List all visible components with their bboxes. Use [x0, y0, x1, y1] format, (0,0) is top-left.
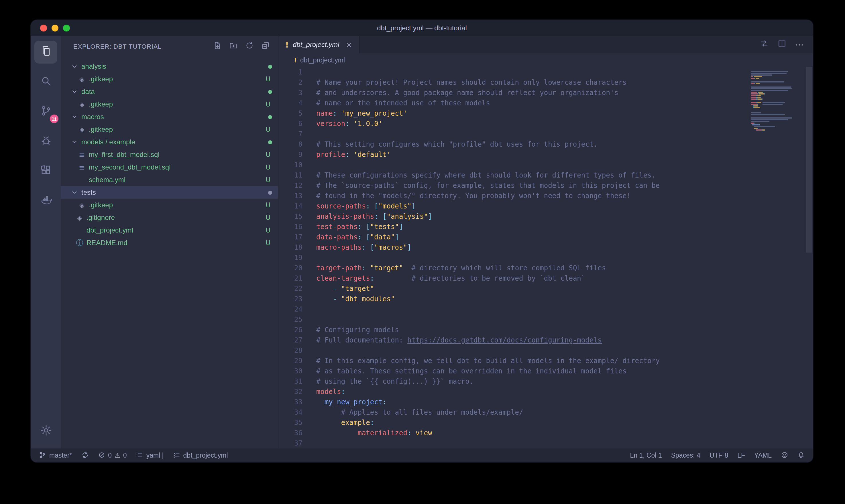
activity-explorer[interactable]: [34, 41, 57, 64]
notifications[interactable]: [797, 451, 805, 460]
warning-icon: ⚠: [114, 452, 120, 459]
tree-row[interactable]: ⓘREADME.mdU: [61, 236, 278, 249]
tree-row[interactable]: data: [61, 85, 278, 98]
tree-item-label: my_second_dbt_model.sql: [89, 163, 171, 171]
breadcrumb[interactable]: ! dbt_project.yml: [278, 53, 813, 67]
settings-gear[interactable]: [34, 420, 57, 443]
sync-status[interactable]: [81, 451, 89, 460]
git-status-badge: U: [266, 176, 270, 183]
code-line: 7: [278, 129, 813, 139]
code-line: 12# The `source-paths` config, for examp…: [278, 180, 813, 191]
smiley-icon: [781, 451, 788, 460]
tree-row[interactable]: ◈.gitkeepU: [61, 98, 278, 110]
minimap[interactable]: [751, 69, 804, 133]
minimap-line: [751, 118, 804, 119]
eol-label: LF: [737, 452, 745, 459]
tree-row[interactable]: analysis: [61, 60, 278, 73]
tree-row[interactable]: dbt_project.ymlU: [61, 224, 278, 236]
tree-row[interactable]: ◈.gitkeepU: [61, 123, 278, 136]
desktop-background: dbt_project.yml — dbt-tutorial 11: [0, 0, 845, 504]
code-line: 28: [278, 345, 813, 356]
lines-file-icon: ≡: [78, 151, 86, 158]
code-line: 2# Name your project! Project names shou…: [278, 77, 813, 88]
git-status-badge: U: [266, 164, 270, 171]
code-lines: 12# Name your project! Project names sho…: [278, 67, 813, 448]
activity-source-control[interactable]: 11: [34, 100, 57, 123]
git-change-dot: [268, 65, 272, 69]
minimap-line: [751, 79, 804, 81]
bell-icon: [797, 451, 805, 460]
tree-row[interactable]: ◈.gitignoreU: [61, 211, 278, 224]
tree-row[interactable]: models / example: [61, 136, 278, 148]
indentation-setting[interactable]: Spaces: 4: [671, 452, 700, 459]
code-line: 13# found in the "models/" directory. Yo…: [278, 191, 813, 201]
minimap-line: [751, 93, 804, 94]
close-window-button[interactable]: [40, 25, 47, 32]
list-icon: [136, 451, 144, 460]
lines-file-icon: ≡: [78, 163, 86, 171]
git-branch-status[interactable]: master*: [39, 451, 72, 460]
yaml-lint-label: yaml |: [146, 452, 164, 459]
tab-dbt-project-yml[interactable]: ! dbt_project.yml ×: [278, 36, 360, 53]
minimap-line: [751, 121, 804, 122]
split-editor-icon[interactable]: [777, 39, 787, 50]
yaml-lint-status[interactable]: yaml |: [136, 451, 164, 460]
tree-row[interactable]: ◈.gitkeepU: [61, 73, 278, 85]
activity-docker[interactable]: [34, 190, 57, 213]
collapse-all-icon[interactable]: [261, 41, 270, 52]
chevron-down-icon: [71, 88, 79, 96]
minimap-line: [751, 85, 804, 86]
git-change-dot: [268, 90, 272, 94]
code-editor[interactable]: 12# Name your project! Project names sho…: [278, 67, 813, 448]
minimize-window-button[interactable]: [52, 25, 58, 32]
file-task-status[interactable]: dbt_project.yml: [173, 451, 228, 460]
tree-row[interactable]: tests: [61, 186, 278, 199]
activity-extensions[interactable]: [34, 160, 57, 183]
code-line: 6version: '1.0.0': [278, 119, 813, 129]
language-mode[interactable]: YAML: [754, 452, 772, 459]
code-line: 24: [278, 304, 813, 314]
branch-label: master*: [49, 452, 72, 459]
problems-status[interactable]: 0 ⚠ 0: [98, 451, 127, 460]
yaml-file-icon: !: [285, 40, 289, 49]
code-line: 9profile: 'default': [278, 149, 813, 160]
minimap-line: [751, 73, 804, 74]
sync-icon: [81, 451, 89, 460]
code-line: 21clean-targets: # directories to be rem…: [278, 273, 813, 284]
code-line: 37: [278, 438, 813, 448]
activity-search[interactable]: [34, 70, 57, 93]
tree-row[interactable]: macros: [61, 110, 278, 123]
encoding-setting[interactable]: UTF-8: [709, 452, 728, 459]
refresh-icon[interactable]: [245, 41, 254, 52]
cursor-position[interactable]: Ln 1, Col 1: [630, 452, 662, 459]
new-file-icon[interactable]: [213, 41, 222, 52]
chevron-down-icon: [71, 188, 79, 196]
git-status-badge: U: [266, 101, 270, 108]
source-control-badge: 11: [50, 114, 58, 123]
tree-row[interactable]: ≡my_first_dbt_model.sqlU: [61, 148, 278, 161]
code-line: 15analysis-paths: ["analysis"]: [278, 211, 813, 222]
activity-debug[interactable]: [34, 130, 57, 153]
chevron-down-icon: [71, 113, 79, 121]
open-changes-icon[interactable]: [760, 39, 769, 50]
error-icon: [98, 451, 105, 460]
git-change-dot: [268, 115, 272, 119]
tree-row[interactable]: ◈.gitkeepU: [61, 199, 278, 211]
editor-actions: ⋯: [760, 36, 813, 53]
chevron-down-icon: [71, 62, 79, 70]
diamond-file-icon: ◈: [78, 76, 86, 82]
error-count: 0: [108, 452, 112, 459]
feedback-smiley[interactable]: [781, 451, 788, 460]
eol-setting[interactable]: LF: [737, 452, 745, 459]
scrollbar-thumb[interactable]: [806, 67, 812, 253]
new-folder-icon[interactable]: [229, 41, 238, 52]
cursor-position-label: Ln 1, Col 1: [630, 452, 662, 459]
close-tab-icon[interactable]: ×: [346, 40, 352, 49]
tree-row[interactable]: schema.ymlU: [61, 174, 278, 186]
tasklist-icon: [173, 451, 180, 460]
git-status-badge: U: [266, 202, 270, 209]
minimap-line: [751, 71, 804, 72]
more-actions-icon[interactable]: ⋯: [795, 39, 804, 50]
zoom-window-button[interactable]: [63, 25, 70, 32]
tree-row[interactable]: ≡my_second_dbt_model.sqlU: [61, 161, 278, 174]
